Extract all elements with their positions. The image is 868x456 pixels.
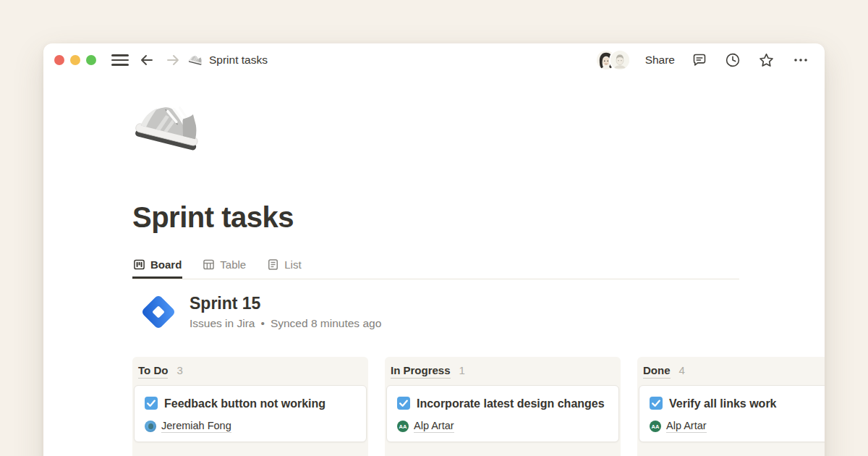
assignee-name[interactable]: Alp Artar [414,420,454,433]
tab-table[interactable]: Table [202,256,247,279]
checkbox-checked-icon[interactable] [145,397,158,410]
column-name[interactable]: Done [643,364,671,379]
assignee-name[interactable]: Alp Artar [666,420,707,433]
linked-db-subtitle: Issues in Jira • Synced 8 minutes ago [190,317,381,330]
assignee-name[interactable]: Jeremiah Fong [161,420,231,433]
checkbox-checked-icon[interactable] [650,397,663,410]
back-arrow-icon[interactable] [138,51,156,69]
toolbar: Sprint tasks Share [43,43,825,77]
assignee-avatar: AA [397,421,409,432]
breadcrumb-title: Sprint tasks [209,54,268,67]
card-title-row: Incorporate latest design changes [397,394,607,413]
jira-logo-icon [140,293,177,331]
list-view-icon [267,258,279,271]
column-count: 1 [459,364,465,376]
updates-clock-icon[interactable] [724,51,741,69]
favorite-star-icon[interactable] [757,51,775,69]
column-name[interactable]: In Progress [391,364,451,379]
page-icon-sneaker[interactable] [132,93,205,165]
subtitle-separator: • [260,317,264,330]
sidebar-menu-icon[interactable] [111,53,129,67]
card-title-row: Verify all links work [650,394,825,413]
minimize-window-button[interactable] [70,55,80,65]
view-tabs: Board Table List [132,256,739,279]
column-count: 4 [679,364,685,376]
column-header: In Progress 1 [386,361,619,379]
sneaker-icon [188,53,203,68]
column-header: To Do 3 [134,361,367,379]
tab-list-label: List [284,258,301,271]
forward-arrow-icon[interactable] [164,51,182,69]
linked-database-header: Sprint 15 Issues in Jira • Synced 8 minu… [140,293,825,331]
breadcrumb[interactable]: Sprint tasks [188,53,268,68]
collaborator-avatar-2 [610,51,629,69]
column-name[interactable]: To Do [138,364,168,379]
board-view-icon [133,258,145,271]
card-title-row: Feedback button not working [145,394,354,413]
assignee-row: AA Alp Artar [650,420,825,433]
column-count: 3 [176,364,182,376]
more-options-icon[interactable] [791,51,810,69]
assignee-row: Jeremiah Fong [145,420,354,433]
linked-db-sync-status: Synced 8 minutes ago [271,317,381,330]
task-card[interactable]: Feedback button not working Jeremiah Fon… [134,385,367,442]
assignee-avatar: AA [650,421,661,432]
page-content: Sprint tasks Board Table [43,93,825,456]
card-title: Incorporate latest design changes [417,397,605,410]
tab-table-label: Table [220,258,246,271]
assignee-avatar [145,421,156,432]
tab-board[interactable]: Board [132,256,182,279]
share-button[interactable]: Share [645,54,675,67]
table-view-icon [203,258,215,271]
assignee-row: AA Alp Artar [397,420,607,433]
board-column-todo: To Do 3 Feedback button not working Jere… [132,357,368,456]
tab-board-label: Board [150,258,182,271]
window-controls [54,55,96,65]
close-window-button[interactable] [54,55,64,65]
column-header: Done 4 [639,361,825,379]
card-title: Verify all links work [669,397,777,410]
checkbox-checked-icon[interactable] [397,397,410,410]
app-window: Sprint tasks Share [43,43,825,456]
comments-icon[interactable] [691,51,708,69]
zoom-window-button[interactable] [86,55,96,65]
board-column-done: Done 4 Verify all links work AA Alp Arta… [637,357,825,456]
task-card[interactable]: Verify all links work AA Alp Artar [639,385,825,442]
linked-db-title[interactable]: Sprint 15 [190,294,381,313]
card-title: Feedback button not working [164,397,326,410]
page-title: Sprint tasks [132,201,825,234]
tab-list[interactable]: List [266,256,302,279]
task-card[interactable]: Incorporate latest design changes AA Alp… [386,385,619,442]
kanban-board: To Do 3 Feedback button not working Jere… [132,357,825,456]
sneaker-icon [132,93,205,165]
linked-db-source: Issues in Jira [190,317,255,330]
collaborator-avatars[interactable] [597,51,629,69]
board-column-in-progress: In Progress 1 Incorporate latest design … [385,357,621,456]
